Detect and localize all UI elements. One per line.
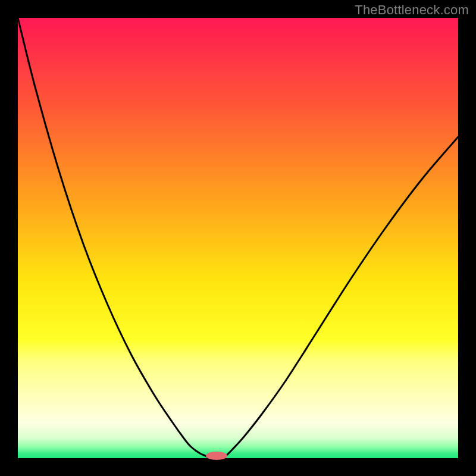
watermark-text: TheBottleneck.com — [355, 2, 469, 18]
marker-pill — [206, 452, 227, 460]
chart-container: TheBottleneck.com — [0, 0, 476, 476]
plot-background — [18, 18, 458, 458]
chart-svg — [0, 0, 476, 476]
